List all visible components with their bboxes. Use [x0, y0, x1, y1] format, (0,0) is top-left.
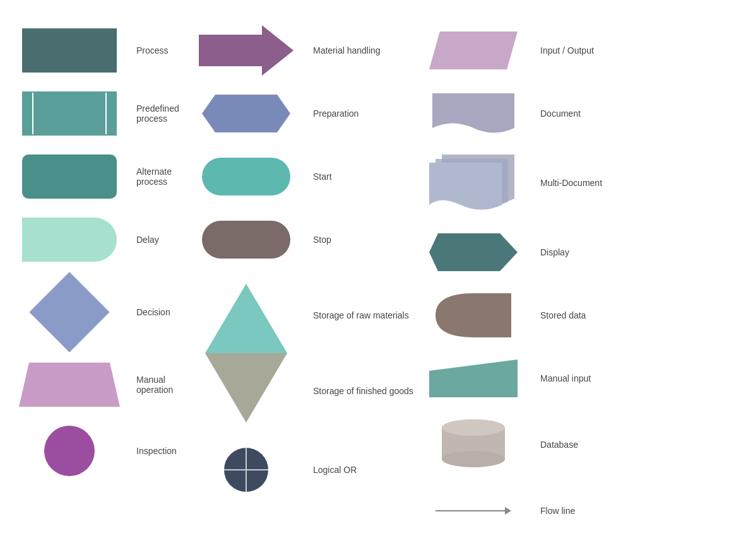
col-3: Input / Output Document M: [417, 19, 644, 542]
shape-manual-op-container: [13, 363, 126, 407]
row-stored-data: Stored data: [417, 284, 644, 347]
label-storage-raw: Storage of raw materials: [303, 310, 417, 320]
shape-multi-document-container: [417, 151, 530, 214]
row-material-handling: Material handling: [189, 19, 417, 82]
row-alternate: Alternate process: [13, 145, 189, 208]
inspection-shape: [44, 426, 95, 476]
display-shape: [429, 233, 518, 271]
shape-alternate-container: [13, 155, 126, 199]
label-manual-op: Manual operation: [126, 375, 189, 395]
label-inspection: Inspection: [126, 446, 189, 456]
svg-point-3: [442, 419, 505, 436]
row-stop: Stop: [189, 208, 417, 271]
label-alternate: Alternate process: [126, 166, 189, 187]
label-logical-or: Logical OR: [303, 465, 417, 475]
shape-decision-container: [13, 277, 126, 347]
database-shape: [439, 418, 508, 472]
label-stop: Stop: [303, 235, 417, 245]
row-inspection: Inspection: [13, 416, 189, 486]
document-shape: [432, 93, 514, 134]
svg-point-2: [442, 451, 505, 467]
row-manual-op: Manual operation: [13, 353, 189, 416]
shape-start-container: [189, 158, 303, 195]
shape-display-container: [417, 233, 530, 271]
shape-preparation-container: [189, 95, 303, 132]
stop-shape: [202, 221, 290, 259]
stored-data-shape: [436, 293, 511, 337]
shape-storage-raw-container: [189, 284, 303, 353]
row-start: Start: [189, 145, 417, 208]
storage-finished-shape: [205, 353, 287, 423]
label-display: Display: [530, 247, 644, 257]
process-shape: [22, 28, 117, 73]
shape-document-container: [417, 93, 530, 134]
label-predefined: Predefined process: [126, 103, 189, 124]
manual-input-shape: [429, 359, 518, 397]
label-input-output: Input / Output: [530, 45, 644, 55]
row-manual-input: Manual input: [417, 347, 644, 410]
shape-flow-line-container: [417, 507, 530, 515]
row-delay: Delay: [13, 208, 189, 271]
shape-storage-finished-container: [189, 353, 303, 423]
row-predefined: Predefined process: [13, 82, 189, 145]
label-database: Database: [530, 440, 644, 450]
shape-process-container: [13, 28, 126, 73]
row-decision: Decision: [13, 271, 189, 353]
shape-delay-container: [13, 218, 126, 262]
input-output-shape: [429, 32, 518, 69]
label-material-handling: Material handling: [303, 45, 417, 55]
flow-line-body: [436, 510, 505, 511]
shape-stop-container: [189, 221, 303, 259]
row-input-output: Input / Output: [417, 19, 644, 82]
row-multi-document: Multi-Document: [417, 145, 644, 221]
label-delay: Delay: [126, 235, 189, 245]
row-preparation: Preparation: [189, 82, 417, 145]
shape-inspection-container: [13, 426, 126, 476]
decision-shape: [29, 272, 109, 352]
label-decision: Decision: [126, 307, 189, 317]
row-display: Display: [417, 221, 644, 284]
shape-database-container: [417, 418, 530, 472]
row-storage-finished: Storage of finished goods: [189, 353, 417, 435]
label-preparation: Preparation: [303, 108, 417, 119]
shape-predefined-container: [13, 91, 126, 136]
col-2: Material handling Preparation Start Stop: [189, 19, 417, 542]
predefined-shape: [22, 91, 117, 136]
label-process: Process: [126, 45, 189, 55]
main-grid: Process Predefined process Alternate pro…: [13, 19, 728, 542]
arrow-body: [199, 35, 262, 66]
row-storage-raw: Storage of raw materials: [189, 271, 417, 353]
delay-shape: [22, 218, 117, 262]
shape-manual-input-container: [417, 359, 530, 397]
label-start: Start: [303, 172, 417, 182]
label-document: Document: [530, 108, 644, 119]
label-stored-data: Stored data: [530, 310, 644, 320]
start-shape: [202, 158, 290, 195]
material-handling-shape: [199, 25, 293, 76]
row-database: Database: [417, 410, 644, 479]
flow-line-arrow: [505, 507, 511, 515]
label-multi-document: Multi-Document: [530, 178, 644, 188]
logical-or-shape: [224, 448, 268, 492]
preparation-shape: [202, 95, 290, 132]
flow-line-shape: [436, 507, 511, 515]
row-document: Document: [417, 82, 644, 145]
col-1: Process Predefined process Alternate pro…: [13, 19, 189, 542]
shape-logical-or-container: [189, 448, 303, 492]
shape-input-output-container: [417, 32, 530, 69]
row-flow-line: Flow line: [417, 479, 644, 542]
label-manual-input: Manual input: [530, 373, 644, 383]
manual-op-shape: [19, 363, 120, 407]
alternate-shape: [22, 155, 117, 199]
multi-document-shape: [429, 151, 518, 214]
label-storage-finished: Storage of finished goods: [303, 386, 417, 396]
arrow-head: [262, 25, 293, 76]
shape-stored-data-container: [417, 293, 530, 337]
row-logical-or: Logical OR: [189, 435, 417, 505]
storage-raw-shape: [205, 284, 287, 353]
label-flow-line: Flow line: [530, 506, 644, 516]
row-process: Process: [13, 19, 189, 82]
shape-material-handling-container: [189, 25, 303, 76]
